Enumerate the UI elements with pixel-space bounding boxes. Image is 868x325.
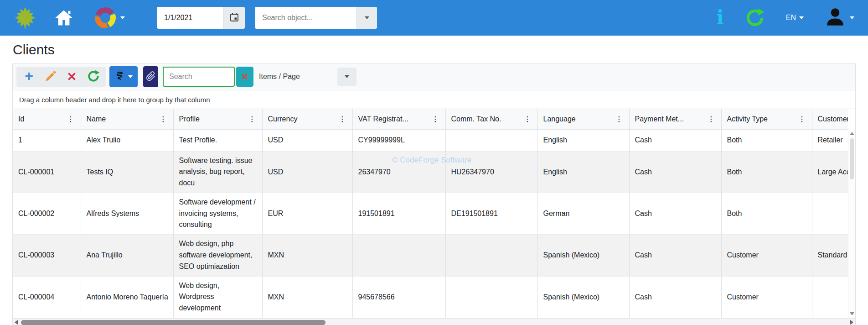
cell: MXN [262,235,352,276]
column-menu-icon[interactable]: ⋮ [159,115,168,123]
attachments-button[interactable] [143,66,158,87]
cell: Cash [629,193,721,234]
plus-icon: + [25,68,33,83]
home-icon[interactable] [54,8,74,28]
column-menu-icon[interactable]: ⋮ [707,115,716,123]
cell [445,235,537,276]
scroll-up-icon[interactable] [850,132,854,135]
refresh-icon [87,70,100,84]
grid-body: 1Alex TrulioTest Profile.USDCY99999999LE… [13,129,848,318]
column-label: Currency [268,115,298,123]
cell: Test Profile. [173,129,262,151]
scroll-right-icon[interactable] [850,320,853,325]
column-label: Comm. Tax No. [451,115,501,123]
column-label: Language [543,115,576,123]
add-button[interactable]: + [18,68,40,86]
cell: Ana Trujillo [81,235,173,276]
leaf-logo-icon[interactable] [14,6,36,29]
info-icon[interactable]: i [717,8,724,27]
column-header-currency[interactable]: Currency⋮ [262,109,352,129]
delete-button[interactable]: ✕ [61,68,83,86]
cell: Cash [629,129,721,151]
items-per-page-label: Items / Page [259,73,300,81]
column-header-customer[interactable]: Customer⋮ [812,109,848,129]
cell [812,276,848,318]
edit-button[interactable] [40,68,61,86]
cell: Web design, Wordpress development [173,276,262,318]
grid-toolbar: + ✕ [13,63,855,90]
cell: Large Acco [812,151,848,193]
column-header-id[interactable]: Id⋮ [13,109,81,129]
column-menu-icon[interactable]: ⋮ [615,115,624,123]
date-picker: 1/1/2021 [157,7,245,29]
column-label: VAT Registrat... [358,115,408,123]
table-row[interactable]: CL-000003Ana TrujilloWeb design, php sof… [13,235,848,276]
column-header-language[interactable]: Language⋮ [537,109,629,129]
cell: Alfreds Systems [81,193,173,234]
items-per-page-dropdown[interactable] [337,68,356,86]
cell: Alex Trulio [81,129,173,151]
column-header-payment-met-[interactable]: Payment Met...⋮ [629,109,721,129]
cell: Software development / invoicing systems… [173,193,262,234]
table-row[interactable]: CL-000004Antonio Moreno TaqueríaWeb desi… [13,276,848,318]
language-selector[interactable]: EN [786,14,804,22]
top-navbar: 1/1/2021 i EN [0,0,868,36]
column-menu-icon[interactable]: ⋮ [338,115,347,123]
table-row[interactable]: CL-000001Tests IQSoftware testing. issue… [13,151,848,193]
refresh-icon[interactable] [745,8,765,28]
vertical-scroll-thumb[interactable] [850,138,854,179]
cell: Software testing. issue analysis, bug re… [173,151,262,193]
cell: CL-000002 [13,193,81,234]
table-row[interactable]: CL-000002Alfreds SystemsSoftware develop… [13,193,848,234]
spiral-bulb-icon [115,71,125,83]
table-row[interactable]: 1Alex TrulioTest Profile.USDCY99999999LE… [13,129,848,151]
cell: English [537,129,629,151]
column-header-comm-tax-no-[interactable]: Comm. Tax No.⋮ [445,109,537,129]
column-menu-icon[interactable]: ⋮ [248,115,257,123]
clients-panel: + ✕ [12,63,856,325]
cell: CL-000001 [13,151,81,193]
horizontal-scroll-thumb[interactable] [21,320,326,325]
object-search-dropdown-button[interactable] [356,7,377,29]
refresh-grid-button[interactable] [83,68,104,86]
date-value[interactable]: 1/1/2021 [157,14,223,22]
scroll-down-icon[interactable] [850,312,854,315]
chevron-down-icon [799,16,804,19]
cell: MXN [262,276,352,318]
user-menu[interactable] [825,6,854,29]
horizontal-scrollbar[interactable] [13,318,855,325]
column-menu-icon[interactable]: ⋮ [431,115,440,123]
chevron-down-icon [365,16,369,19]
cell [445,276,537,318]
vertical-scrollbar[interactable] [848,129,855,318]
chevron-down-icon [345,75,349,78]
actions-dropdown-button[interactable] [109,66,138,87]
cell: 1 [13,129,81,151]
paperclip-icon [146,71,156,83]
avatar [825,6,846,29]
cell: 26347970 [352,151,445,193]
column-menu-icon[interactable]: ⋮ [67,115,75,123]
cell: Both [721,151,812,193]
clients-table: Id⋮Name⋮Profile⋮Currency⋮VAT Registrat..… [13,109,848,318]
cell: 191501891 [352,193,445,234]
cell: Standard [812,235,848,276]
cell: Cash [629,235,721,276]
group-by-bar[interactable]: Drag a column header and drop it here to… [13,90,855,109]
search-input[interactable] [163,67,235,87]
scroll-left-icon[interactable] [15,320,18,325]
dashboard-donut-menu[interactable] [95,7,125,28]
cell: CY99999999L [352,129,445,151]
column-menu-icon[interactable]: ⋮ [523,115,532,123]
column-menu-icon[interactable]: ⋮ [798,115,806,123]
object-search-input[interactable] [255,14,356,22]
column-header-vat-registrat-[interactable]: VAT Registrat...⋮ [352,109,445,129]
column-header-profile[interactable]: Profile⋮ [173,109,262,129]
column-header-name[interactable]: Name⋮ [81,109,173,129]
cell: Cash [629,276,721,318]
cell: DE191501891 [445,193,537,234]
column-header-activity-type[interactable]: Activity Type⋮ [721,109,812,129]
clear-search-button[interactable]: ✕ [236,67,253,87]
calendar-button[interactable] [223,7,245,29]
cell: Spanish (Mexico) [537,276,629,318]
